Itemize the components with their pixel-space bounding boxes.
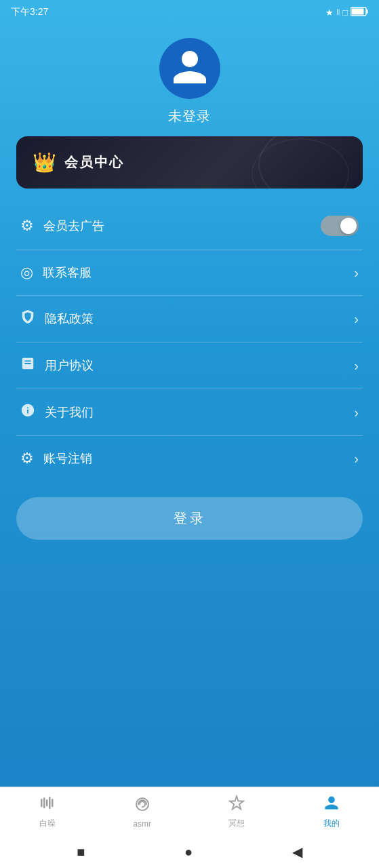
menu-item-left: 关于我们 [20,403,94,422]
svg-rect-3 [41,799,43,807]
info-icon [20,403,35,422]
menu-item-label-about: 关于我们 [45,404,94,420]
menu-item-right-about: › [354,405,359,420]
privacy-icon [20,309,35,328]
chevron-right-icon: › [354,405,359,420]
vip-card[interactable]: 👑 会员中心 [16,136,363,189]
system-square-button[interactable]: ■ [77,844,85,860]
svg-rect-1 [367,9,368,14]
menu-item-about[interactable]: 关于我们 › [16,389,363,436]
battery-icon [351,7,368,18]
menu-item-privacy[interactable]: 隐私政策 › [16,296,363,342]
svg-rect-2 [352,8,364,14]
ad-toggle[interactable] [321,216,359,236]
crown-icon: 👑 [33,151,56,174]
menu-item-label-ad: 会员去广告 [43,218,104,234]
asmr-icon [134,796,151,816]
toggle-knob [340,218,357,234]
menu-item-label-privacy: 隐私政策 [45,311,94,327]
user-avatar-icon [169,47,210,90]
bluetooth-icon: ★ [325,7,334,18]
menu-item-left: 隐私政策 [20,309,94,328]
nav-item-meditation[interactable]: 冥想 [190,795,285,829]
login-button[interactable]: 登录 [16,497,363,540]
svg-rect-4 [43,797,45,808]
menu-item-right [321,216,359,236]
mine-icon [323,795,340,815]
chevron-right-icon: › [354,358,359,374]
menu-item-customer-service[interactable]: ◎ 联系客服 › [16,250,363,296]
cancel-icon: ⚙ [20,450,34,467]
svg-rect-5 [46,800,48,806]
nav-item-mine[interactable]: 我的 [284,795,379,829]
agreement-icon [20,356,35,375]
system-home-button[interactable]: ● [184,844,193,860]
username-label: 未登录 [168,107,211,125]
wifi-icon: □ [342,7,348,18]
profile-section: 未登录 [159,38,220,125]
service-icon: ◎ [20,264,33,281]
nav-item-asmr[interactable]: asmr [95,796,190,829]
nav-label-mine: 我的 [323,818,340,829]
nav-label-asmr: asmr [133,819,151,829]
chevron-right-icon: › [354,451,359,467]
avatar[interactable] [159,38,220,99]
status-time: 下午3:27 [11,6,48,18]
system-back-button[interactable]: ◀ [292,844,302,860]
menu-item-left: ◎ 联系客服 [20,264,92,281]
menu-item-right-privacy: › [354,311,359,327]
menu-item-agreement[interactable]: 用户协议 › [16,342,363,389]
menu-item-left: 用户协议 [20,356,94,375]
meditation-icon [228,795,245,815]
status-icons: ★ ⦀ □ [325,7,368,18]
nav-label-meditation: 冥想 [228,818,245,829]
menu-item-left: ⚙ 账号注销 [20,450,92,467]
svg-rect-6 [49,797,51,809]
menu-item-label-cancel: 账号注销 [43,450,92,467]
menu-item-cancel-account[interactable]: ⚙ 账号注销 › [16,436,363,481]
menu-list: ⚙ 会员去广告 ◎ 联系客服 › [16,202,363,481]
menu-item-right-service: › [354,265,359,281]
menu-item-right-agreement: › [354,358,359,374]
bottom-nav: 白噪 asmr 冥想 我的 [0,787,379,835]
vip-label: 会员中心 [64,153,124,172]
login-btn-container: 登录 [16,481,363,553]
baizao-icon [39,795,56,815]
nav-label-baizao: 白噪 [39,818,56,829]
menu-item-right-cancel: › [354,451,359,467]
chevron-right-icon: › [354,265,359,281]
signal-icon: ⦀ [336,7,340,18]
status-bar: 下午3:27 ★ ⦀ □ [0,0,379,24]
menu-item-left: ⚙ 会员去广告 [20,217,104,235]
nav-item-baizao[interactable]: 白噪 [0,795,95,829]
menu-item-label-agreement: 用户协议 [45,357,94,374]
menu-item-ad-remove[interactable]: ⚙ 会员去广告 [16,202,363,250]
system-nav: ■ ● ◀ [0,835,379,868]
svg-rect-7 [52,799,54,807]
main-content: 未登录 👑 会员中心 ⚙ 会员去广告 ◎ 联系客服 [0,24,379,670]
settings-icon: ⚙ [20,217,34,235]
menu-item-label-service: 联系客服 [43,264,92,281]
chevron-right-icon: › [354,311,359,327]
